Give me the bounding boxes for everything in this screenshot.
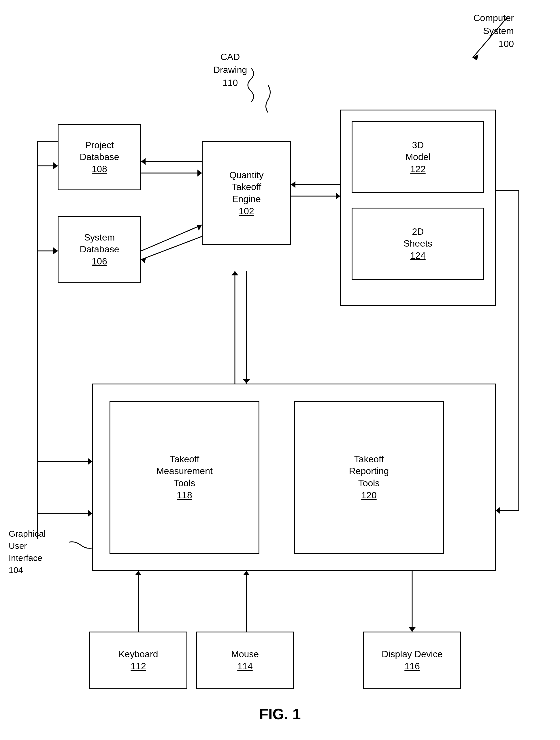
- svg-marker-17: [291, 181, 296, 188]
- svg-marker-13: [53, 248, 58, 254]
- project-database-box: ProjectDatabase 108: [58, 124, 141, 190]
- svg-marker-25: [496, 507, 500, 514]
- svg-marker-7: [53, 162, 58, 169]
- keyboard-box: Keyboard 112: [89, 632, 187, 689]
- svg-marker-35: [243, 571, 250, 575]
- svg-line-8: [141, 225, 202, 251]
- model-3d-box: 3D Model 122: [352, 121, 484, 193]
- display-device-box: Display Device 116: [363, 632, 461, 689]
- svg-line-10: [141, 237, 202, 260]
- takeoff-reporting-box: TakeoffReportingTools 120: [294, 401, 444, 554]
- svg-marker-37: [409, 627, 416, 632]
- cad-drawing-label: CAD Drawing 110: [213, 51, 247, 89]
- figure-label: FIG. 1: [0, 706, 560, 723]
- svg-marker-21: [231, 271, 238, 275]
- quantity-takeoff-engine-box: QuantityTakeoffEngine 102: [202, 141, 291, 245]
- svg-marker-5: [141, 158, 145, 165]
- takeoff-measurement-box: TakeoffMeasurementTools 118: [110, 401, 259, 554]
- svg-marker-30: [88, 510, 92, 517]
- svg-marker-3: [198, 170, 202, 177]
- gui-wavy: [66, 539, 95, 557]
- computer-system-label: Computer System 100: [473, 11, 514, 50]
- gui-label: GraphicalUserInterface104: [9, 528, 45, 576]
- sheets-2d-box: 2D Sheets 124: [352, 208, 484, 280]
- mouse-box: Mouse 114: [196, 632, 294, 689]
- svg-marker-28: [88, 458, 92, 465]
- svg-marker-15: [336, 193, 340, 200]
- svg-marker-11: [141, 257, 146, 263]
- svg-marker-19: [243, 379, 250, 384]
- system-database-box: SystemDatabase 106: [58, 216, 141, 283]
- diagram: Computer System 100: [0, 0, 560, 740]
- svg-marker-9: [197, 225, 202, 231]
- svg-marker-33: [135, 571, 142, 575]
- svg-marker-1: [473, 54, 478, 61]
